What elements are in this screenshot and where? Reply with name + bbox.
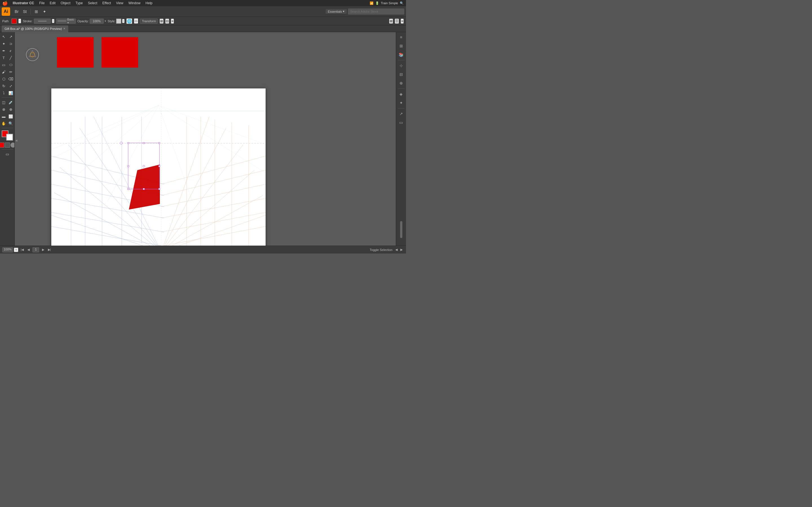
paintbrush-tool-button[interactable]: 🖌	[0, 68, 7, 75]
stock-button[interactable]: St	[21, 8, 29, 15]
fill-color-swatch[interactable]	[11, 18, 17, 24]
color-swatches	[2, 130, 13, 140]
toolbox: ↖ ↗ ✦ ⊃ ✒ 𝒄 T ╱ ▭ ⬭ 🖌 ✏ ⬡ ⌫ ↻ ⤢	[0, 32, 15, 245]
tools-icon[interactable]: ✦	[41, 8, 48, 15]
properties-bar: Path ▾ Stroke: ▾ Basic ▾ Opacity: 100% ▾…	[0, 17, 406, 25]
stroke-chevron-icon[interactable]: ▾	[52, 19, 54, 23]
svg-line-35	[161, 195, 263, 245]
menu-edit[interactable]: Edit	[48, 0, 57, 6]
type-tool-button[interactable]: T	[0, 54, 7, 61]
gradient-tool-button[interactable]: ◫	[0, 99, 7, 106]
zoom-tool-button[interactable]: 🔍	[7, 120, 14, 127]
style-chevron-icon[interactable]: ▾	[122, 19, 124, 23]
selection-tool-button[interactable]: ↖	[0, 33, 7, 40]
tool-row-paint: 🖌 ✏	[0, 68, 14, 75]
page-nav-prev-button[interactable]: ◀	[26, 247, 31, 252]
draw-normal-button[interactable]: ▭	[4, 151, 11, 158]
eyedropper-tool-button[interactable]: 💉	[7, 99, 14, 106]
align-icon[interactable]: ⊞	[160, 18, 163, 24]
normal-mode-button[interactable]	[0, 143, 4, 148]
line-tool-button[interactable]: ╱	[7, 54, 14, 61]
search-icon[interactable]: 🔍	[400, 1, 404, 5]
menu-file[interactable]: File	[37, 0, 47, 6]
panel-stack-icon[interactable]: ☰	[395, 18, 399, 24]
screen-mode-button[interactable]	[5, 143, 10, 148]
zoom-down-icon[interactable]: ▾	[14, 247, 18, 252]
nav-expand-button[interactable]: ▶	[399, 247, 404, 252]
background-color-swatch[interactable]	[6, 134, 13, 140]
transform-panel-button[interactable]: ⊹	[397, 62, 405, 69]
opacity-value[interactable]: 100%	[90, 18, 104, 24]
document-tab[interactable]: Gift Box.ai* @ 100% (RGB/GPU Preview) ✕	[2, 25, 68, 32]
more-icon[interactable]: ≡	[171, 18, 174, 24]
nav-left-button[interactable]: ◀	[394, 247, 399, 252]
transform-grid-icon[interactable]: ⊹	[134, 18, 138, 24]
full-screen-button[interactable]	[10, 143, 15, 148]
rectangle-tool-button[interactable]: ▭	[0, 61, 7, 68]
style-area: Style: ▾	[108, 18, 125, 24]
opacity-chevron-icon[interactable]: ▾	[105, 19, 106, 22]
pencil-tool-button[interactable]: ✏	[7, 68, 14, 75]
blend-tool-button[interactable]: ⊗	[0, 106, 7, 113]
transform-button[interactable]: Transform	[140, 18, 158, 24]
graphic-styles-panel-button[interactable]: ✦	[397, 99, 405, 107]
essentials-label: Essentials	[328, 10, 342, 13]
page-nav-last-button[interactable]: ▶|	[47, 247, 52, 252]
menu-view[interactable]: View	[114, 0, 125, 6]
doc-tab-close-icon[interactable]: ✕	[63, 27, 65, 30]
rotate-tool-button[interactable]: ↻	[0, 82, 7, 89]
app-name[interactable]: Illustrator CC	[11, 0, 36, 6]
menu-effect[interactable]: Effect	[100, 0, 113, 6]
properties-panel-button[interactable]: ≡	[397, 33, 405, 41]
stroke-value[interactable]	[34, 18, 51, 24]
align-panel-button[interactable]: ⊟	[397, 70, 405, 78]
zoom-value[interactable]: 100%	[2, 247, 13, 252]
artboards-panel-button[interactable]: ▭	[397, 119, 405, 126]
appearance-panel-button[interactable]: ◈	[397, 90, 405, 98]
magic-wand-tool-button[interactable]: ✦	[0, 40, 7, 47]
panel-layout-icon[interactable]: ⊞	[389, 18, 393, 24]
ellipse-tool-button[interactable]: ⬭	[7, 61, 14, 68]
bridge-button[interactable]: Br	[13, 8, 20, 15]
canvas-area[interactable]: ◀	[15, 32, 396, 245]
menu-more-icon[interactable]: ≡	[401, 18, 404, 24]
essentials-selector[interactable]: Essentials ▾	[326, 9, 347, 14]
direct-selection-tool-button[interactable]: ↗	[7, 33, 14, 40]
right-scrollbar-handle[interactable]	[400, 221, 402, 238]
warp-tool-button[interactable]: ⤵	[0, 90, 7, 96]
scale-tool-button[interactable]: ⤢	[7, 82, 14, 89]
menu-object[interactable]: Object	[59, 0, 72, 6]
pathfinder-panel-button[interactable]: ⊕	[397, 79, 405, 87]
stroke-style-selector[interactable]: Basic ▾	[56, 18, 76, 24]
globe-icon[interactable]: 🌐	[126, 18, 132, 24]
search-stock-input[interactable]	[348, 8, 404, 15]
svg-line-8	[51, 105, 158, 159]
page-number-field[interactable]: 1	[33, 247, 39, 252]
chart-tool-button[interactable]: 📊	[7, 90, 14, 96]
eraser-tool-button[interactable]: ⌫	[7, 75, 14, 82]
menu-type[interactable]: Type	[73, 0, 85, 6]
menu-help[interactable]: Help	[144, 0, 154, 6]
page-nav-next-button[interactable]: ▶	[41, 247, 45, 252]
export-panel-button[interactable]: ↗	[397, 110, 405, 118]
svg-line-39	[161, 184, 266, 207]
fill-options-icon[interactable]: ▾	[18, 18, 21, 23]
curvature-tool-button[interactable]: 𝒄	[7, 47, 14, 54]
workspace-switcher-icon[interactable]: ⊞	[33, 8, 40, 15]
statusbar: 100% ▾ |◀ ◀ 1 ▶ ▶| Toggle Selection ◀ ▶	[0, 245, 406, 253]
pen-tool-button[interactable]: ✒	[0, 47, 7, 54]
column-graph-tool-button[interactable]: ▬	[0, 113, 7, 120]
menu-window[interactable]: Window	[126, 0, 142, 6]
style-swatch[interactable]	[116, 18, 121, 24]
lasso-tool-button[interactable]: ⊃	[7, 40, 14, 47]
libraries-panel-button[interactable]: 📚	[397, 51, 405, 59]
artboard-tool-button[interactable]: ⬜	[7, 113, 14, 120]
menu-select[interactable]: Select	[86, 0, 99, 6]
layers-panel-button[interactable]: ⊞	[397, 42, 405, 50]
distribute-icon[interactable]: ⊟	[165, 18, 169, 24]
apple-menu-icon[interactable]: 🍎	[2, 1, 8, 6]
page-nav-first-button[interactable]: |◀	[20, 247, 24, 252]
hand-tool-button[interactable]: ✋	[0, 120, 7, 127]
shaper-tool-button[interactable]: ⬡	[0, 75, 7, 82]
symbol-tool-button[interactable]: ⊕	[7, 106, 14, 113]
